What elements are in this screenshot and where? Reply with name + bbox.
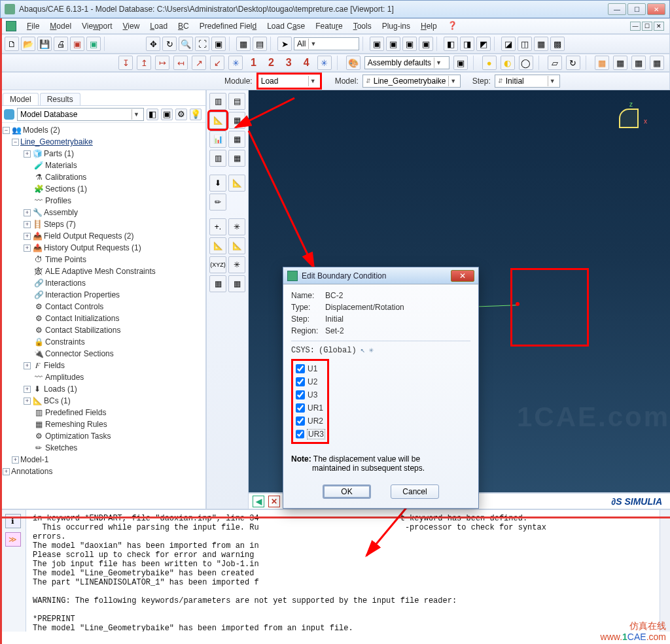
tree-item[interactable]: ⚙Contact Controls (3, 301, 205, 313)
tb-b2[interactable]: ▦ (228, 112, 245, 129)
tb-d2[interactable]: ▦ (228, 150, 245, 167)
window-maximize-button[interactable]: ☐ (627, 3, 646, 15)
tip-icon[interactable]: 💡 (190, 109, 202, 120)
help-context-icon[interactable]: ❓ (448, 21, 459, 31)
tree-item[interactable]: +𝐹Fields (3, 360, 205, 371)
tb-c1[interactable]: 📊 (209, 131, 226, 148)
dialog-close-button[interactable]: ✕ (451, 270, 474, 282)
csys-pick-icon[interactable]: ↖ (361, 345, 365, 355)
tree-item[interactable]: 🔒Constraints (3, 336, 205, 348)
tree-item[interactable]: 〰Amplitudes (3, 371, 205, 383)
tree-annotations[interactable]: Annotations (11, 467, 52, 476)
tree-model-1[interactable]: Model-1 (20, 455, 48, 464)
cube4-icon[interactable]: ▣ (419, 37, 433, 51)
menu-load[interactable]: Load (146, 22, 171, 31)
csys-axis-icon[interactable]: ✳ (369, 345, 374, 355)
menu-view[interactable]: View (119, 22, 144, 31)
grid1-icon[interactable]: ▦ (236, 37, 251, 51)
axis-z-icon[interactable]: ↗ (192, 56, 206, 70)
model-dropdown[interactable]: ⇵ Line_Geometrybaike ▼ (362, 75, 461, 88)
mesh4-icon[interactable]: ▦ (650, 56, 664, 70)
menu-model[interactable]: Model (46, 22, 75, 31)
menu-predefined-field[interactable]: Predefined Field (196, 22, 260, 31)
cube2-icon[interactable]: ▣ (386, 37, 400, 51)
triad-icon[interactable]: ✳ (317, 56, 332, 70)
tree-item[interactable]: +📐BCs (1) (3, 395, 205, 407)
menu-help[interactable]: Help (417, 22, 441, 31)
axis-num-3[interactable]: 3 (282, 57, 296, 69)
tb-a2[interactable]: ▤ (228, 93, 245, 110)
window-minimize-button[interactable]: — (608, 3, 626, 15)
tree-item[interactable]: 🔌Connector Sections (3, 348, 205, 360)
db-btn3[interactable]: ⚙ (175, 109, 187, 120)
save-button[interactable]: 💾 (37, 37, 52, 51)
db-btn2[interactable]: ▣ (161, 109, 173, 120)
menu-load-case[interactable]: Load Case (263, 22, 309, 31)
iso3-icon[interactable]: ▦ (534, 37, 548, 51)
menu-file[interactable]: File (23, 22, 43, 31)
zoom-button[interactable]: 🔍 (179, 37, 193, 51)
tree-item[interactable]: ⚙Contact Stabilizations (3, 324, 205, 336)
cancel-button[interactable]: Cancel (391, 484, 439, 499)
tab-results[interactable]: Results (40, 93, 80, 105)
db-btn1[interactable]: ◧ (147, 109, 158, 120)
tb-i2[interactable]: ✳ (228, 256, 245, 273)
tree-item[interactable]: ⏱Time Points (3, 254, 205, 265)
axis-num-1[interactable]: 1 (247, 57, 260, 69)
tb-e1[interactable]: ⬇ (209, 175, 226, 192)
tree-item[interactable]: 🔗Interactions (3, 277, 205, 289)
viewport-close-button[interactable]: ✕ (654, 22, 664, 31)
cube1-icon[interactable]: ▣ (370, 37, 384, 51)
menu-viewport[interactable]: Viewport (78, 22, 116, 31)
tb-a1[interactable]: ▥ (209, 93, 226, 110)
tab-model[interactable]: Model (3, 93, 39, 105)
check-u3[interactable]: U3 (296, 388, 325, 401)
axis-nx-icon[interactable]: ↥ (137, 56, 151, 70)
module-dropdown[interactable]: Load ▼ (256, 73, 322, 90)
tree-item[interactable]: +📤History Output Requests (1) (3, 242, 205, 254)
tree-item[interactable]: +🪜Steps (7) (3, 218, 205, 230)
tb-h2[interactable]: 📐 (228, 237, 245, 254)
mesh3-icon[interactable]: ▦ (631, 56, 646, 70)
check-ur3[interactable]: UR3 (296, 428, 325, 441)
selection-filter-dropdown[interactable]: All ▼ (294, 37, 359, 50)
viewport-restore-button[interactable]: ☐ (642, 22, 652, 31)
tb-i1[interactable]: (XYZ) (209, 256, 226, 273)
tb-j2[interactable]: ▦ (228, 275, 245, 292)
log-warn-icon[interactable]: ≫ (5, 532, 21, 547)
axis-ny-icon[interactable]: ↤ (173, 56, 188, 70)
pan-button[interactable]: ✥ (146, 37, 160, 51)
refresh-icon[interactable]: ↻ (566, 56, 580, 70)
tree-item[interactable]: 🔗Interaction Properties (3, 289, 205, 301)
open-button[interactable]: 📂 (21, 37, 35, 51)
persp-icon[interactable]: ▱ (548, 56, 562, 70)
axis-x-icon[interactable]: ↧ (118, 56, 133, 70)
ortho3-icon[interactable]: ◩ (476, 37, 491, 51)
menu-bc[interactable]: BC (174, 22, 193, 31)
axis-combo-icon[interactable]: ✳ (228, 56, 243, 70)
render3-icon[interactable]: ◯ (519, 56, 533, 70)
create-bc-button[interactable]: 📐 (209, 112, 226, 129)
mesh1-icon[interactable]: ▦ (595, 56, 609, 70)
tree-item[interactable]: +🧊Parts (1) (3, 148, 205, 160)
axis-num-2[interactable]: 2 (264, 57, 278, 69)
color-code-dropdown[interactable]: Assembly defaults ▼ (364, 56, 450, 69)
tree-item[interactable]: ▥Predefined Fields (3, 407, 205, 418)
render2-icon[interactable]: ◐ (501, 56, 515, 70)
model-database-dropdown[interactable]: Model Database ▼ (17, 108, 144, 121)
tree-item[interactable]: 🧩Sections (1) (3, 183, 205, 195)
check-u2[interactable]: U2 (296, 375, 325, 388)
ok-button[interactable]: OK (323, 484, 371, 499)
ortho1-icon[interactable]: ◧ (444, 37, 458, 51)
tb-d1[interactable]: ▥ (209, 150, 226, 167)
tree-item[interactable]: ▦Remeshing Rules (3, 418, 205, 430)
grid2-icon[interactable]: ▤ (253, 37, 267, 51)
new-button[interactable]: 🗋 (5, 37, 19, 51)
message-text[interactable]: in keyword *ENDPART, file "daoxian.inp",… (26, 510, 660, 632)
model-tree[interactable]: −👥Models (2) −Line_Geometrybaike +🧊Parts… (0, 123, 205, 509)
tree-item[interactable]: ⚙Contact Initializations (3, 313, 205, 324)
tree-item[interactable]: ⚗Calibrations (3, 171, 205, 183)
tree-model-line[interactable]: Line_Geometrybaike (20, 137, 93, 146)
tree-models-root[interactable]: Models (2) (23, 126, 60, 135)
ortho2-icon[interactable]: ◨ (460, 37, 474, 51)
